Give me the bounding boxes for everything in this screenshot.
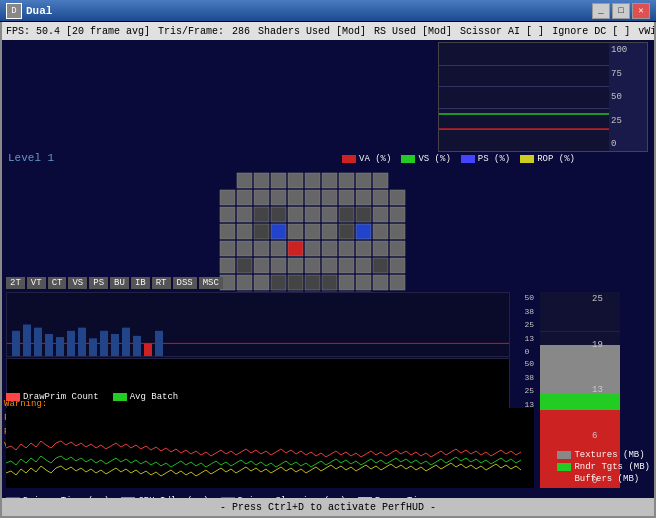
legend-ps: PS (%) [461, 154, 510, 164]
fps-display: FPS: 50.4 [20 frame avg] [6, 26, 150, 37]
pipeline-bar: 2T VT CT VS PS BU IB RT DSS MSC [6, 277, 223, 289]
rop-color-icon [520, 155, 534, 163]
svg-rect-40 [339, 224, 354, 239]
svg-rect-6 [305, 173, 320, 188]
rop-label: ROP (%) [537, 154, 575, 164]
stats-bar: FPS: 50.4 [20 frame avg] Tris/Frame: 286… [2, 22, 654, 40]
minimize-button[interactable]: _ [592, 3, 610, 19]
svg-rect-0 [439, 128, 609, 130]
svg-rect-46 [254, 241, 269, 256]
svg-rect-54 [390, 241, 405, 256]
svg-rect-19 [356, 190, 371, 205]
pipe-ct: CT [48, 277, 67, 289]
svg-rect-25 [271, 207, 286, 222]
svg-rect-33 [220, 224, 235, 239]
svg-rect-60 [305, 258, 320, 273]
svg-rect-61 [322, 258, 337, 273]
svg-rect-13 [254, 190, 269, 205]
buffers-color-icon [557, 475, 571, 483]
svg-rect-50 [322, 241, 337, 256]
svg-rect-93 [12, 331, 20, 356]
svg-rect-72 [322, 275, 337, 290]
pipe-bu: BU [110, 277, 129, 289]
svg-rect-96 [45, 334, 53, 356]
svg-rect-55 [220, 258, 235, 273]
va-color-icon [342, 155, 356, 163]
svg-rect-44 [220, 241, 235, 256]
legend-buffers: Buffers (MB) [557, 474, 650, 484]
svg-rect-10 [373, 173, 388, 188]
window-title: Dual [26, 5, 592, 17]
svg-rect-16 [305, 190, 320, 205]
legend-row: VA (%) VS (%) PS (%) ROP (%) [342, 154, 575, 164]
svg-rect-36 [271, 224, 286, 239]
maximize-button[interactable]: □ [612, 3, 630, 19]
ps-color-icon [461, 155, 475, 163]
svg-rect-41 [356, 224, 371, 239]
svg-rect-26 [288, 207, 303, 222]
svg-rect-20 [373, 190, 388, 205]
rndr-tgts-color-icon [557, 463, 571, 471]
svg-rect-29 [339, 207, 354, 222]
svg-rect-63 [356, 258, 371, 273]
shaders-label: Shaders Used [Mod] [258, 26, 366, 37]
svg-rect-34 [237, 224, 252, 239]
svg-rect-37 [288, 224, 303, 239]
svg-rect-101 [100, 331, 108, 356]
pipe-dss: DSS [173, 277, 197, 289]
legend-vs: VS (%) [401, 154, 450, 164]
wire-label: vWire [ ] [638, 26, 654, 37]
bottom-graph [6, 408, 534, 488]
svg-rect-58 [271, 258, 286, 273]
svg-rect-74 [356, 275, 371, 290]
svg-rect-45 [237, 241, 252, 256]
svg-rect-102 [111, 334, 119, 356]
svg-rect-35 [254, 224, 269, 239]
svg-rect-51 [339, 241, 354, 256]
svg-rect-104 [133, 336, 141, 356]
svg-rect-39 [322, 224, 337, 239]
svg-rect-24 [254, 207, 269, 222]
bottom-graph-svg [6, 408, 534, 488]
perf-graph [439, 43, 609, 151]
svg-rect-71 [305, 275, 320, 290]
window-controls: _ □ ✕ [592, 3, 650, 19]
svg-rect-2 [237, 173, 252, 188]
textures-color-icon [557, 451, 571, 459]
svg-rect-59 [288, 258, 303, 273]
svg-rect-52 [356, 241, 371, 256]
svg-rect-4 [271, 173, 286, 188]
svg-rect-62 [339, 258, 354, 273]
perf-graph-container: 100 75 50 25 0 [438, 42, 648, 152]
buffers-label: Buffers (MB) [574, 474, 639, 484]
svg-rect-7 [322, 173, 337, 188]
svg-rect-94 [23, 325, 31, 357]
svg-rect-48 [288, 241, 303, 256]
pipe-rt: RT [152, 277, 171, 289]
ctrl-bar: - Press Ctrl+D to activate PerfHUD - [2, 498, 654, 516]
svg-rect-95 [34, 328, 42, 356]
pipe-vt: VT [27, 277, 46, 289]
close-button[interactable]: ✕ [632, 3, 650, 19]
svg-rect-57 [254, 258, 269, 273]
svg-rect-1 [439, 113, 609, 115]
pipe-2t: 2T [6, 277, 25, 289]
svg-rect-49 [305, 241, 320, 256]
svg-rect-65 [390, 258, 405, 273]
svg-rect-105 [144, 343, 152, 356]
svg-rect-32 [390, 207, 405, 222]
svg-rect-47 [271, 241, 286, 256]
svg-rect-28 [322, 207, 337, 222]
app-icon: D [6, 3, 22, 19]
right-chart-legend: Textures (MB) Rndr Tgts (MB) Buffers (MB… [557, 450, 650, 484]
svg-rect-42 [373, 224, 388, 239]
svg-rect-3 [254, 173, 269, 188]
ignore-label: Ignore DC [ ] [552, 26, 630, 37]
pipe-ib: IB [131, 277, 150, 289]
svg-rect-11 [220, 190, 235, 205]
svg-rect-15 [288, 190, 303, 205]
svg-rect-23 [237, 207, 252, 222]
ctrl-bar-text: - Press Ctrl+D to activate PerfHUD - [220, 502, 436, 513]
vs-label: VS (%) [418, 154, 450, 164]
svg-rect-5 [288, 173, 303, 188]
